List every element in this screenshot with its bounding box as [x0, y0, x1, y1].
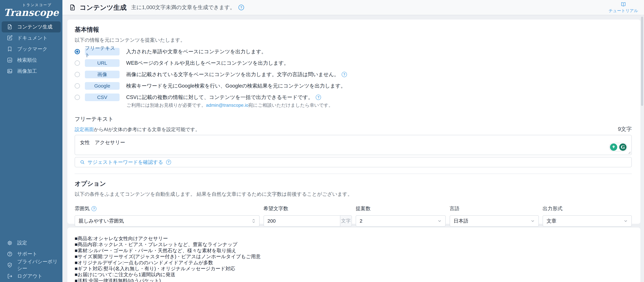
- mode-desc: WEBページのタイトルや見出しをベースにコンテンツを出力します。: [126, 60, 289, 67]
- result-line: ■サイズ展開:フリーサイズ(アジャスター付き)・ピアスはノンホールタイプもご用意: [75, 253, 632, 259]
- bookmark-icon: [6, 46, 13, 52]
- mode-row-free-text: フリーテキスト 入力された単語や文章をベースにコンテンツを出力します。: [75, 48, 632, 55]
- page-header: コンテンツ生成 主に1,000文字未満の文章を生成できます。 ? チュートリアル: [62, 0, 644, 15]
- char-target-field: 希望文字数 文字: [264, 205, 352, 227]
- language-select[interactable]: 日本語: [450, 215, 539, 227]
- csv-note-text: 宛にご相談いただけましたら幸いです。: [248, 103, 333, 108]
- suggest-keywords-label: サジェストキーワードを確認する: [88, 159, 163, 166]
- proposal-count-select[interactable]: 2: [356, 215, 446, 227]
- resize-handle[interactable]: [628, 151, 631, 154]
- options-title: オプション: [75, 180, 632, 188]
- language-label: 言語: [450, 205, 460, 212]
- free-text-title: フリーテキスト: [75, 115, 632, 123]
- sidebar-item-documents[interactable]: ドキュメント: [2, 33, 61, 44]
- sidebar-menu: コンテンツ生成 ドキュメント ブックマーク 検索順位 画像加工: [0, 21, 62, 77]
- csv-mode-help-icon[interactable]: ?: [316, 95, 321, 100]
- output-format-select[interactable]: 文章: [542, 215, 632, 227]
- output-format-field: 出力形式 文章: [542, 205, 632, 227]
- brand-name: Transcope: [0, 8, 62, 18]
- brand-kana: トランスコープ: [12, 3, 62, 7]
- basic-info-title: 基本情報: [75, 26, 632, 34]
- radio-csv[interactable]: [75, 95, 80, 100]
- sidebar-item-settings[interactable]: 設定: [2, 237, 61, 248]
- mode-badge-free-text[interactable]: フリーテキスト: [85, 48, 120, 55]
- language-label-row: 言語: [450, 205, 539, 212]
- radio-free-text[interactable]: [75, 49, 80, 54]
- shield-check-icon: [6, 262, 13, 268]
- mode-badge-url[interactable]: URL: [85, 59, 120, 67]
- brand-logo[interactable]: トランスコープ Transcope: [0, 0, 62, 18]
- language-value: 日本語: [454, 218, 468, 224]
- result-line: ■素材:シルバー・ゴールド・パール・天然石など、様々な素材を取り揃え: [75, 248, 632, 253]
- proposal-count-value: 2: [360, 218, 362, 224]
- suggestion-bulb-icon[interactable]: [610, 144, 617, 151]
- mode-badge-google[interactable]: Google: [85, 82, 120, 90]
- mood-value: 親しみやすい雰囲気: [78, 218, 124, 224]
- mode-row-image: 画像 画像に記載されている文字をベースにコンテンツを出力します。文字の言語は問い…: [75, 71, 632, 78]
- csv-note-email-link[interactable]: admin@transcope.io: [206, 103, 248, 108]
- result-line: ■オリジナルデザイン:一点もののハンドメイドアイテムが多数: [75, 260, 632, 266]
- mode-row-csv: CSV CSVに記載の複数の情報に対して、コンテンツを一括で出力できるモードです…: [75, 93, 632, 101]
- free-text-hint-row: 設定画面からAIが文体の参考にする文章を設定可能です。 9文字: [75, 125, 632, 133]
- mode-row-url: URL WEBページのタイトルや見出しをベースにコンテンツを出力します。: [75, 59, 632, 67]
- mode-badge-csv[interactable]: CSV: [85, 93, 120, 101]
- char-target-input[interactable]: [264, 216, 340, 226]
- rank-chart-icon: [6, 57, 13, 63]
- char-count: 9文字: [618, 125, 632, 133]
- page-help-icon[interactable]: ?: [238, 5, 244, 10]
- grammarly-g-icon[interactable]: G: [619, 144, 626, 151]
- suggest-keywords-button[interactable]: サジェストキーワードを確認する ?: [75, 157, 632, 167]
- char-target-label: 希望文字数: [264, 205, 288, 212]
- mood-help-icon[interactable]: ?: [92, 206, 96, 211]
- sidebar-item-label: コンテンツ生成: [17, 24, 52, 30]
- content-area: 基本情報 以下の情報を元にコンテンツを提案いたします。 フリーテキスト 入力され…: [62, 15, 644, 282]
- scrollbar-thumb[interactable]: [641, 17, 643, 106]
- chevron-updown-icon: [252, 218, 256, 224]
- free-text-input[interactable]: 女性 アクセサリー: [75, 135, 632, 155]
- csv-mode-note: ご利用には別途お見積りが必要です。admin@transcope.io宛にご相談…: [126, 102, 632, 108]
- result-line: ■ギフト対応:熨斗(名入れ無し・有り)・オリジナルメッセージカード対応: [75, 266, 632, 271]
- mode-badge-image[interactable]: 画像: [85, 71, 120, 78]
- sidebar-item-search-rank[interactable]: 検索順位: [2, 55, 61, 66]
- sidebar-item-bookmarks[interactable]: ブックマーク: [2, 44, 61, 55]
- sidebar-item-privacy-policy[interactable]: プライバシーポリシー: [2, 259, 61, 270]
- sidebar-item-content-generation[interactable]: コンテンツ生成: [2, 21, 61, 33]
- output-format-label: 出力形式: [542, 205, 562, 212]
- sidebar-item-support[interactable]: サポート: [2, 248, 61, 259]
- language-field: 言語 日本語: [450, 205, 539, 227]
- search-icon: [80, 160, 85, 165]
- char-target-suffix: 文字: [340, 216, 352, 226]
- question-circle-icon: [6, 251, 13, 257]
- open-book-icon: [620, 2, 626, 7]
- options-subtitle: 以下の条件をふまえてコンテンツを自動生成します。 結果を自然な文章にするために文…: [75, 191, 632, 198]
- tutorial-button[interactable]: チュートリアル: [608, 2, 638, 14]
- radio-image[interactable]: [75, 72, 80, 77]
- sidebar-item-image-edit[interactable]: 画像加工: [2, 66, 61, 77]
- chevron-down-icon: [624, 219, 628, 223]
- suggest-help-icon[interactable]: ?: [166, 160, 171, 165]
- image-mode-help-icon[interactable]: ?: [342, 72, 347, 77]
- result-line: ■商品名:オシャレな女性向けアクセサリー: [75, 235, 632, 241]
- sidebar-item-label: 設定: [17, 239, 27, 246]
- free-text-hint-rest: からAIが文体の参考にする文章を設定可能です。: [94, 127, 200, 132]
- radio-url[interactable]: [75, 60, 80, 66]
- sidebar-footer-menu: 設定 サポート プライバシーポリシー ログアウト: [0, 237, 62, 282]
- settings-screen-link[interactable]: 設定画面: [75, 127, 94, 132]
- sidebar-item-label: サポート: [17, 250, 37, 257]
- sidebar-item-label: ドキュメント: [17, 35, 48, 41]
- radio-google[interactable]: [75, 83, 80, 89]
- grammarly-widget[interactable]: G: [609, 143, 628, 152]
- mood-select[interactable]: 親しみやすい雰囲気: [75, 215, 260, 227]
- logout-icon: [6, 273, 13, 279]
- mode-list: フリーテキスト 入力された単語や文章をベースにコンテンツを出力します。 URL …: [75, 48, 632, 108]
- sidebar-item-logout[interactable]: ログアウト: [2, 270, 61, 282]
- csv-note-text: ご利用には別途お見積りが必要です。: [126, 103, 206, 108]
- result-line: ■送料:全国一律送料無料(ゆうパケット): [75, 278, 632, 282]
- free-text-hint: 設定画面からAIが文体の参考にする文章を設定可能です。: [75, 126, 200, 133]
- page-subtitle: 主に1,000文字未満の文章を生成できます。: [131, 4, 235, 11]
- result-line: ■商品内容:ネックレス・ピアス・ブレスレットなど、豊富なラインナップ: [75, 241, 632, 247]
- mode-desc: CSVに記載の複数の情報に対して、コンテンツを一括で出力できるモードです。: [126, 94, 313, 101]
- tutorial-label: チュートリアル: [608, 8, 638, 14]
- section-divider: [75, 174, 632, 174]
- document-icon: [6, 24, 13, 30]
